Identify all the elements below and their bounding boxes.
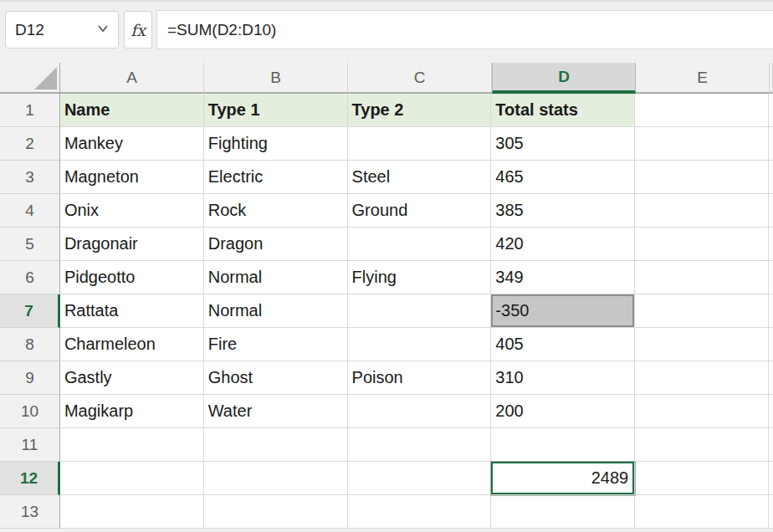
cell-B10[interactable]: Water [204,395,348,428]
spreadsheet-grid: A B C D E 1 Name Type 1 Type 2 Total sta… [0,63,773,529]
cell-D1[interactable]: Total stats [491,94,635,127]
cell-B6[interactable]: Normal [204,261,348,294]
cell-D6[interactable]: 349 [491,261,635,294]
cell-E13[interactable] [635,495,769,529]
cell-B12[interactable] [204,462,348,495]
column-header-E[interactable]: E [636,63,770,94]
row-header-10[interactable]: 10 [0,395,60,428]
cell-E5[interactable] [635,228,769,261]
column-header-C[interactable]: C [348,63,492,94]
row-header-9[interactable]: 9 [0,361,60,395]
column-header-B[interactable]: B [204,63,348,94]
cell-F1 [769,94,773,127]
cell-C10[interactable] [348,395,492,428]
cell-D13[interactable] [491,495,635,529]
cell-A5[interactable]: Dragonair [60,228,204,261]
column-header-A[interactable]: A [60,63,204,94]
cell-E9[interactable] [635,361,769,395]
row-header-5[interactable]: 5 [0,228,60,261]
cell-D2[interactable]: 305 [491,127,635,161]
cell-A3[interactable]: Magneton [60,161,204,194]
cell-B7[interactable]: Normal [204,294,348,328]
select-all-triangle-icon [34,67,57,90]
cell-C9[interactable]: Poison [348,361,492,395]
chevron-down-icon[interactable] [97,24,109,33]
row-header-11[interactable]: 11 [0,428,60,462]
cell-A7[interactable]: Rattata [60,294,204,328]
cell-B4[interactable]: Rock [204,194,348,228]
cell-D10[interactable]: 200 [491,395,635,428]
cell-B13[interactable] [204,495,348,529]
cell-B2[interactable]: Fighting [204,127,348,161]
row-header-8[interactable]: 8 [0,328,60,361]
cell-D5[interactable]: 420 [491,228,635,261]
row-header-13[interactable]: 13 [0,495,60,529]
row-header-1[interactable]: 1 [0,94,60,127]
cell-C6[interactable]: Flying [348,261,492,294]
cell-E6[interactable] [635,261,769,294]
cell-A10[interactable]: Magikarp [60,395,204,428]
cell-B11[interactable] [204,428,348,462]
column-header-F-sliver [770,63,773,94]
column-header-D[interactable]: D [492,63,636,94]
cell-D4[interactable]: 385 [491,194,635,228]
cell-C12[interactable] [348,462,492,495]
cell-C8[interactable] [348,328,492,361]
row-header-4[interactable]: 4 [0,194,60,228]
row-header-3[interactable]: 3 [0,161,60,194]
cell-C11[interactable] [348,428,492,462]
cell-C2[interactable] [348,127,492,161]
cell-E1[interactable] [635,94,769,127]
cell-C1[interactable]: Type 2 [348,94,492,127]
cell-B5[interactable]: Dragon [204,228,348,261]
cell-D12-active[interactable]: 2489 [491,462,635,495]
cell-B3[interactable]: Electric [204,161,348,194]
sheet-row-6: 6 Pidgeotto Normal Flying 349 [0,261,773,294]
cell-C5[interactable] [348,228,492,261]
cell-C13[interactable] [348,495,492,529]
cell-A11[interactable] [60,428,204,462]
column-header-row: A B C D E [0,63,773,94]
cell-E8[interactable] [635,328,769,361]
cell-A2[interactable]: Mankey [60,127,204,161]
sheet-row-1: 1 Name Type 1 Type 2 Total stats [0,94,773,127]
cell-A8[interactable]: Charmeleon [60,328,204,361]
cell-E12[interactable] [635,462,769,495]
row-header-12[interactable]: 12 [0,462,60,495]
sheet-row-7: 7 Rattata Normal -350 [0,294,773,328]
sheet-row-11: 11 [0,428,773,462]
cell-B8[interactable]: Fire [204,328,348,361]
cell-A6[interactable]: Pidgeotto [60,261,204,294]
cell-E7[interactable] [635,294,769,328]
cell-E11[interactable] [635,428,769,462]
insert-function-button[interactable]: fx [124,11,152,49]
cell-A12[interactable] [60,462,204,495]
cell-F10 [769,395,773,428]
cell-C4[interactable]: Ground [348,194,492,228]
cell-E10[interactable] [635,395,769,428]
cell-C3[interactable]: Steel [348,161,492,194]
cell-A4[interactable]: Onix [60,194,204,228]
formula-input[interactable] [156,10,773,49]
cell-B9[interactable]: Ghost [204,361,348,395]
cell-C7[interactable] [348,294,492,328]
cell-E2[interactable] [635,127,769,161]
row-header-7[interactable]: 7 [0,294,60,328]
fx-icon: fx [131,21,146,39]
row-header-2[interactable]: 2 [0,127,60,161]
row-header-6[interactable]: 6 [0,261,60,294]
cell-A9[interactable]: Gastly [60,361,204,395]
cell-F4 [769,194,773,228]
cell-D11[interactable] [491,428,635,462]
cell-E3[interactable] [635,161,769,194]
cell-D9[interactable]: 310 [491,361,635,395]
select-all-corner[interactable] [0,63,60,94]
cell-D3[interactable]: 465 [491,161,635,194]
cell-F3 [769,161,773,194]
cell-A13[interactable] [60,495,204,529]
cell-E4[interactable] [635,194,769,228]
cell-D7[interactable]: -350 [491,294,635,328]
cell-B1[interactable]: Type 1 [204,94,348,127]
cell-A1[interactable]: Name [60,94,204,127]
cell-D8[interactable]: 405 [491,328,635,361]
